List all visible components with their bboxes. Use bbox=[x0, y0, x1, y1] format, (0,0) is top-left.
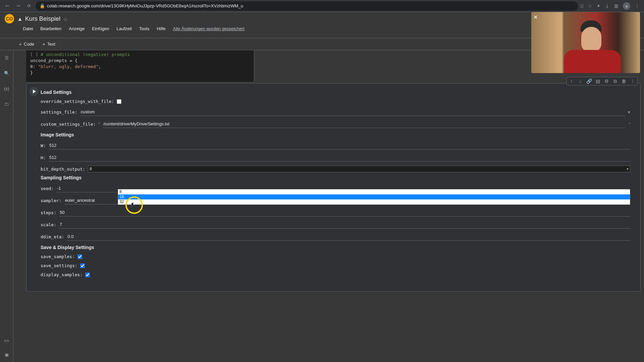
colab-body: ☰ 🔍 {x} 🗀 <> ▣ [ ] # unconditional (nega… bbox=[0, 50, 644, 362]
star-icon[interactable]: ☆ bbox=[63, 16, 68, 22]
chevron-down-icon: ▾ bbox=[627, 167, 629, 171]
w-input[interactable] bbox=[49, 141, 630, 149]
bit-depth-dropdown-open: 8 16 32 bbox=[118, 189, 630, 205]
add-code-button[interactable]: ＋Code bbox=[15, 40, 38, 49]
steps-label: steps: bbox=[41, 210, 56, 215]
custom-settings-file-label: custom_settings_file: bbox=[41, 122, 96, 127]
menu-laufzeit[interactable]: Laufzeit bbox=[114, 25, 135, 33]
save-settings-label: save_settings: bbox=[41, 263, 77, 268]
code-comment: # unconditional (negative) prompts bbox=[41, 52, 130, 57]
mirror-icon[interactable]: ⧉ bbox=[612, 78, 619, 84]
menu-bearbeiten[interactable]: Bearbeiten bbox=[38, 25, 64, 33]
custom-settings-file-input[interactable] bbox=[103, 120, 626, 128]
panels-icon[interactable]: ▥ bbox=[614, 3, 618, 8]
bit-depth-label: bit_depth_output: bbox=[41, 167, 85, 172]
seed-label: seed: bbox=[41, 186, 54, 191]
scale-input[interactable] bbox=[59, 221, 630, 229]
content-area: [ ] # unconditional (negative) prompts u… bbox=[13, 50, 644, 362]
document-title[interactable]: Kurs Beispiel bbox=[25, 15, 60, 22]
save-samples-checkbox[interactable] bbox=[77, 254, 82, 259]
ddim-label: ddim_eta: bbox=[41, 234, 64, 239]
display-samples-label: display_samples: bbox=[41, 272, 83, 277]
sampling-title: Sampling Settings bbox=[41, 175, 630, 180]
cell-actions: ↑ ↓ 🔗 ▤ ⚙ ⧉ 🗑 ⋮ bbox=[567, 77, 638, 85]
settings-file-label: settings_file: bbox=[41, 110, 77, 115]
display-samples-checkbox[interactable] bbox=[85, 273, 90, 277]
ddim-input[interactable] bbox=[67, 233, 630, 241]
h-label: H: bbox=[41, 155, 46, 160]
code-line-3: } bbox=[30, 70, 33, 75]
webcam-face bbox=[581, 27, 601, 52]
bit-depth-select[interactable]: 8 ▾ bbox=[88, 166, 630, 172]
save-status[interactable]: Alle Änderungen wurden gespeichert bbox=[170, 25, 247, 33]
image-settings-title: Image Settings bbox=[41, 132, 630, 137]
install-icon[interactable]: ⭳ bbox=[605, 3, 609, 8]
delete-icon[interactable]: 🗑 bbox=[621, 78, 627, 84]
sampler-label: sampler: bbox=[41, 198, 62, 203]
menu-datei[interactable]: Datei bbox=[20, 25, 36, 33]
more-icon[interactable]: ⋮ bbox=[629, 78, 636, 84]
move-up-icon[interactable]: ↑ bbox=[568, 78, 575, 84]
comment-icon[interactable]: ▤ bbox=[594, 78, 601, 84]
toc-icon[interactable]: ☰ bbox=[3, 54, 11, 62]
link-icon[interactable]: 🔗 bbox=[586, 78, 592, 84]
forward-icon[interactable]: 🡒 bbox=[14, 2, 22, 10]
run-button[interactable] bbox=[29, 87, 39, 96]
reload-icon[interactable]: ⟳ bbox=[25, 2, 33, 10]
menu-einfuegen[interactable]: Einfügen bbox=[89, 25, 112, 33]
h-input[interactable] bbox=[49, 154, 630, 162]
webcam-close-icon[interactable]: ✕ bbox=[533, 14, 540, 21]
load-settings-title: Load Settings bbox=[41, 89, 630, 95]
move-down-icon[interactable]: ↓ bbox=[577, 78, 584, 84]
menu-icon[interactable]: ⋮ bbox=[635, 3, 639, 8]
scale-label: scale: bbox=[41, 222, 56, 227]
settings-file-select[interactable] bbox=[80, 108, 625, 116]
address-bar[interactable]: 🔒 colab.research.google.com/drive/13G9KH… bbox=[36, 1, 578, 11]
menu-hilfe[interactable]: Hilfe bbox=[154, 25, 168, 33]
lock-icon: 🔒 bbox=[40, 3, 45, 8]
webcam-overlay: ✕ bbox=[531, 12, 640, 73]
terminal-icon[interactable]: ▣ bbox=[3, 351, 11, 359]
save-settings-checkbox[interactable] bbox=[80, 263, 85, 268]
bookmark-icon[interactable]: ☆ bbox=[588, 3, 592, 8]
save-samples-label: save_samples: bbox=[41, 254, 75, 259]
code-cell[interactable]: [ ] # unconditional (negative) prompts u… bbox=[26, 50, 254, 82]
menu-tools[interactable]: Tools bbox=[137, 25, 152, 33]
variables-icon[interactable]: {x} bbox=[3, 84, 11, 93]
browser-chrome: 🡐 🡒 ⟳ 🔒 colab.research.google.com/drive/… bbox=[0, 0, 644, 12]
bit-depth-option-32[interactable]: 32 bbox=[118, 199, 630, 204]
url-text: colab.research.google.com/drive/13G9KHyM… bbox=[47, 3, 243, 8]
code-line-1: uncond_prompts = { bbox=[30, 58, 77, 63]
translate-icon[interactable]: ⌺ bbox=[581, 3, 583, 8]
code-snippets-icon[interactable]: <> bbox=[3, 337, 11, 345]
colab-logo[interactable]: CO bbox=[5, 14, 14, 23]
back-icon[interactable]: 🡐 bbox=[3, 2, 11, 10]
override-checkbox[interactable] bbox=[117, 99, 121, 104]
chevron-down-icon[interactable]: ▾ bbox=[628, 110, 630, 115]
files-icon[interactable]: 🗀 bbox=[3, 100, 11, 108]
steps-input[interactable] bbox=[59, 208, 630, 217]
drive-icon: ▲ bbox=[17, 16, 22, 22]
gear-icon[interactable]: ⚙ bbox=[603, 78, 610, 84]
save-display-title: Save & Display Settings bbox=[41, 245, 630, 250]
w-label: W: bbox=[41, 143, 46, 148]
left-rail: ☰ 🔍 {x} 🗀 <> ▣ bbox=[0, 50, 13, 362]
override-label: override_settings_with_file: bbox=[41, 99, 114, 104]
form-cell: ↑ ↓ 🔗 ▤ ⚙ ⧉ 🗑 ⋮ Load Settings override_s… bbox=[26, 83, 641, 292]
extensions-icon[interactable]: ✦ bbox=[597, 3, 600, 8]
search-icon[interactable]: 🔍 bbox=[3, 69, 11, 77]
webcam-shirt bbox=[564, 50, 621, 73]
add-text-button[interactable]: ＋Text bbox=[38, 40, 59, 49]
bit-depth-option-16[interactable]: 16 bbox=[118, 194, 630, 199]
profile-avatar[interactable]: a bbox=[623, 2, 630, 10]
bit-depth-option-8[interactable]: 8 bbox=[118, 189, 630, 194]
menu-anzeige[interactable]: Anzeige bbox=[66, 25, 87, 33]
